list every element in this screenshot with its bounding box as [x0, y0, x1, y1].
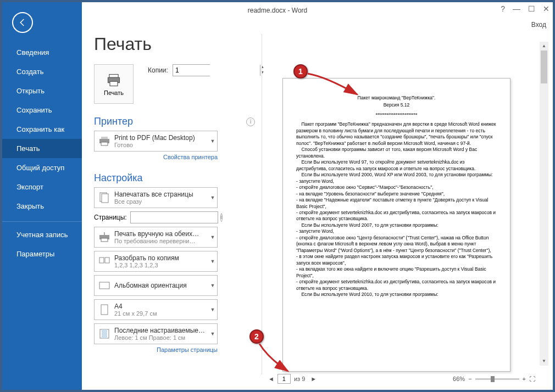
arrow-2: [257, 341, 296, 376]
settings-combo-allpages[interactable]: Напечатать все страницыВсе сразу▼: [94, 187, 218, 208]
settings-combo-collate[interactable]: Разобрать по копиям1,2,3 1,2,3 1,2,3▼: [94, 251, 218, 272]
paper-icon: [98, 303, 111, 316]
settings-combo-paper[interactable]: A421 см x 29,7 см▼: [94, 299, 218, 320]
svg-rect-10: [99, 257, 104, 263]
printer-select[interactable]: Print to PDF (Mac Desktop)Готово ▼: [94, 131, 218, 152]
zoom-level: 66%: [453, 376, 465, 382]
margins-icon: [98, 327, 111, 340]
manual-icon: [98, 231, 111, 244]
settings-combo-manual[interactable]: Печать вручную на обеих…По требованию пе…: [94, 227, 218, 248]
sidebar-item-5[interactable]: Печать: [2, 139, 82, 158]
sidebar-item-0[interactable]: Сведения: [2, 43, 82, 62]
printer-device-icon: [98, 135, 111, 148]
page-setup-link[interactable]: Параметры страницы: [94, 346, 218, 353]
scroll-up-icon[interactable]: ▲: [540, 42, 548, 51]
scroll-thumb[interactable]: [541, 51, 547, 83]
sidebar-item-2[interactable]: Открыть: [2, 81, 82, 100]
arrow-1: [304, 70, 365, 101]
chevron-down-icon: ▼: [208, 234, 217, 240]
svg-rect-7: [102, 194, 108, 203]
backstage-sidebar: СведенияСоздатьОткрытьСохранитьСохранить…: [2, 2, 82, 390]
printer-properties-link[interactable]: Свойства принтера: [94, 154, 218, 160]
pages-label: Страницы:: [94, 214, 127, 221]
sidebar-item-1[interactable]: Создать: [2, 62, 82, 81]
copies-input[interactable]: [173, 65, 260, 76]
chevron-down-icon: ▼: [208, 331, 217, 337]
preview-status-bar: ◄ из 9 ► 66% − + ⛶: [266, 372, 546, 385]
title-bar: readme.docx - Word ? — ☐ ✕: [2, 2, 553, 19]
next-page-icon[interactable]: ►: [308, 376, 319, 382]
info-icon[interactable]: i: [246, 117, 255, 126]
sidebar-item-4[interactable]: Сохранить как: [2, 120, 82, 139]
pages-input[interactable]: [130, 211, 218, 223]
window-title: readme.docx - Word: [248, 7, 308, 14]
svg-rect-13: [101, 305, 108, 315]
orient-icon: [98, 279, 111, 292]
spin-up-icon[interactable]: ▲: [260, 65, 264, 70]
print-panel: Печать Печать Копии: ▲▼ Принтер i Print …: [82, 34, 255, 353]
collate-icon: [98, 255, 111, 268]
page-preview: Пакет макрокоманд "ВерТеКнижка". Версия …: [282, 78, 510, 372]
page-total: из 9: [292, 376, 307, 382]
fit-page-icon[interactable]: ⛶: [529, 376, 535, 382]
chevron-down-icon: ▼: [208, 283, 217, 288]
sidebar-item-3[interactable]: Сохранить: [2, 100, 82, 120]
svg-rect-5: [101, 142, 108, 145]
page-title: Печать: [94, 34, 255, 54]
sidebar-item-7[interactable]: Экспорт: [2, 177, 82, 197]
help-icon[interactable]: ?: [501, 4, 505, 13]
close-icon[interactable]: ✕: [543, 4, 550, 13]
copies-label: Копии:: [148, 66, 168, 74]
printer-icon: [106, 72, 121, 88]
zoom-in-icon[interactable]: +: [523, 376, 526, 382]
settings-combo-margins[interactable]: Последние настраиваемые…Левое: 1 см Прав…: [94, 323, 218, 344]
svg-rect-0: [109, 74, 118, 77]
back-button[interactable]: [12, 12, 33, 33]
print-button[interactable]: Печать: [94, 64, 134, 104]
sidebar-item-6[interactable]: Общий доступ: [2, 158, 82, 177]
sidebar-item-8[interactable]: Закрыть: [2, 197, 82, 216]
divider: [262, 34, 262, 374]
svg-rect-4: [101, 137, 108, 139]
minimize-icon[interactable]: —: [513, 4, 520, 13]
sidebar-item-9[interactable]: Учетная запись: [2, 221, 82, 244]
printer-section-header: Принтер: [94, 116, 133, 127]
info-icon[interactable]: i: [220, 213, 223, 222]
svg-rect-11: [105, 257, 109, 263]
chevron-down-icon: ▼: [208, 307, 217, 312]
maximize-icon[interactable]: ☐: [528, 4, 535, 13]
zoom-out-icon[interactable]: −: [468, 376, 471, 382]
svg-rect-2: [110, 81, 118, 86]
svg-rect-9: [101, 238, 108, 242]
chevron-down-icon: ▼: [208, 259, 217, 264]
arrow-left-icon: [18, 18, 27, 27]
spin-down-icon[interactable]: ▼: [260, 70, 264, 76]
scroll-down-icon[interactable]: ▼: [540, 357, 548, 366]
sidebar-item-10[interactable]: Параметры: [2, 244, 82, 264]
copies-spinner[interactable]: ▲▼: [173, 64, 210, 76]
svg-rect-12: [99, 282, 109, 289]
allpages-icon: [98, 191, 111, 204]
settings-section-header: Настройка: [94, 172, 143, 184]
chevron-down-icon: ▼: [208, 138, 217, 144]
login-link[interactable]: Вход: [531, 21, 546, 29]
zoom-slider[interactable]: [475, 378, 519, 380]
prev-page-icon[interactable]: ◄: [266, 376, 276, 382]
settings-combo-orient[interactable]: Альбомная ориентация▼: [94, 275, 218, 296]
preview-scrollbar[interactable]: ▲ ▼: [540, 42, 548, 366]
svg-rect-15: [102, 329, 107, 338]
chevron-down-icon: ▼: [208, 195, 217, 200]
